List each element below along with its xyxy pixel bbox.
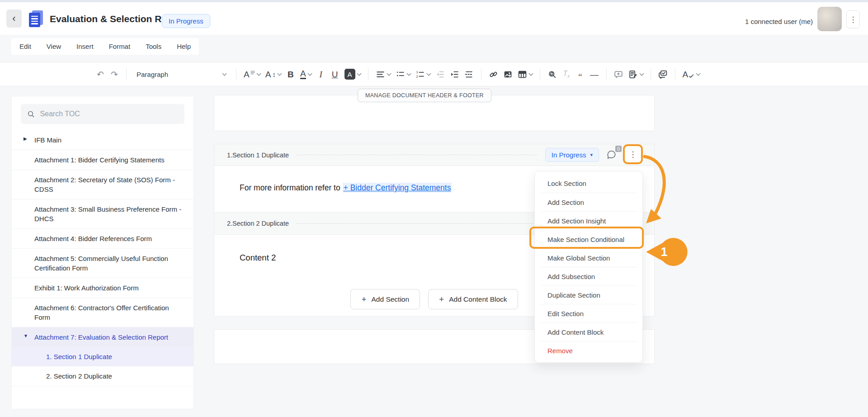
chevron-down-icon xyxy=(426,71,431,76)
menu-item-add-content-block[interactable]: Add Content Block xyxy=(540,322,637,341)
text-lines-icon xyxy=(250,70,255,75)
highlight-color-dropdown[interactable]: A xyxy=(344,69,361,80)
toc-item-section-1[interactable]: 1. Section 1 Duplicate xyxy=(12,347,193,366)
menu-insert[interactable]: Insert xyxy=(76,43,94,50)
undo-button[interactable]: ↶ xyxy=(96,70,105,79)
bold-button[interactable]: B xyxy=(286,70,295,79)
collapse-arrow-icon[interactable]: ▼ xyxy=(24,333,28,339)
find-replace-icon xyxy=(547,70,557,79)
menu-item-make-global-section[interactable]: Make Global Section xyxy=(540,248,637,267)
menu-item-add-subsection[interactable]: Add Subsection xyxy=(540,267,637,285)
bidder-statements-link[interactable]: + Bidder Certifying Statements xyxy=(343,183,452,193)
indent-button[interactable] xyxy=(450,70,459,79)
bullet-list-icon xyxy=(396,70,405,79)
content-template-dropdown[interactable] xyxy=(628,70,643,79)
search-input[interactable] xyxy=(40,110,178,118)
font-size-dropdown[interactable]: A ↕ xyxy=(265,70,281,79)
menu-edit[interactable]: Edit xyxy=(19,43,31,50)
note-edit-icon xyxy=(628,70,638,79)
add-comment-button[interactable] xyxy=(614,70,623,79)
align-left-icon xyxy=(376,70,385,79)
chevron-down-icon xyxy=(277,71,282,76)
redo-button[interactable]: ↷ xyxy=(110,70,119,79)
find-replace-button[interactable] xyxy=(547,70,557,79)
indent-icon xyxy=(450,70,459,79)
expand-arrow-icon[interactable]: ▶ xyxy=(24,136,27,142)
page-break-button[interactable] xyxy=(464,70,474,79)
menu-format[interactable]: Format xyxy=(109,43,131,50)
insert-image-button[interactable] xyxy=(503,70,513,79)
document-status-badge[interactable]: In Progress xyxy=(162,14,210,28)
toolbar-divider xyxy=(540,68,540,80)
undo-icon: ↶ xyxy=(97,70,104,79)
back-button[interactable]: ‹ xyxy=(6,9,22,28)
add-section-button[interactable]: + Add Section xyxy=(350,289,420,309)
text-color-dropdown[interactable]: A xyxy=(300,69,311,79)
page-break-icon xyxy=(464,70,474,79)
menu-item-add-section[interactable]: Add Section xyxy=(540,193,637,211)
chevron-down-icon xyxy=(639,71,644,76)
toc-item-section-2[interactable]: 2. Section 2 Duplicate xyxy=(12,366,193,386)
resize-arrows-icon: ↕ xyxy=(272,71,276,78)
bullet-list-dropdown[interactable] xyxy=(396,70,410,79)
toc-item-attachment-2[interactable]: Attachment 2: Secretary of State (SOS) F… xyxy=(12,170,193,199)
section-1-header[interactable]: 1.Section 1 Duplicate In Progress ▾ 0 xyxy=(214,144,654,166)
chevron-down-icon xyxy=(256,71,261,76)
formatting-toolbar: ↶ ↷ Paragraph A A ↕ B A I U A xyxy=(0,62,868,86)
toc-item-attachment-6[interactable]: Attachment 6: Contractor's Offer Certifi… xyxy=(12,298,193,327)
menu-view[interactable]: View xyxy=(47,43,61,50)
toolbar-divider xyxy=(675,68,675,80)
menu-bar: Edit View Insert Format Tools Help xyxy=(11,38,199,55)
comment-check-icon xyxy=(658,70,668,79)
horizontal-rule-button[interactable]: — xyxy=(590,70,599,79)
section-2-title: 2.Section 2 Duplicate xyxy=(227,220,289,227)
toolbar-divider xyxy=(126,68,127,80)
kebab-icon: ⋮ xyxy=(849,15,857,24)
section-1-comments-button[interactable]: 0 xyxy=(605,149,619,161)
menu-item-add-section-insight[interactable]: Add Section Insight xyxy=(540,211,637,230)
toc-item-attachment-3[interactable]: Attachment 3: Small Business Preference … xyxy=(12,199,193,229)
toc-item-exhibit-1[interactable]: Exhibit 1: Work Authorization Form xyxy=(12,278,193,298)
section-1-status-dropdown[interactable]: In Progress ▾ xyxy=(545,148,599,162)
manage-header-footer-button[interactable]: MANAGE DOCUMENT HEADER & FOOTER xyxy=(358,89,491,102)
table-dropdown[interactable] xyxy=(518,70,533,79)
header-more-menu-button[interactable]: ⋮ xyxy=(846,10,860,28)
menu-tools[interactable]: Tools xyxy=(146,43,161,50)
menu-item-lock-section[interactable]: Lock Section xyxy=(540,174,637,193)
toolbar-divider xyxy=(368,68,368,80)
toc-item-attachment-4[interactable]: Attachment 4: Bidder References Form xyxy=(12,229,193,249)
menu-item-make-section-conditional[interactable]: Make Section Conditional xyxy=(540,230,637,248)
caret-down-icon: ▾ xyxy=(590,152,593,158)
menu-item-duplicate-section[interactable]: Duplicate Section xyxy=(540,285,637,304)
font-format-dropdown[interactable]: A xyxy=(244,70,260,79)
avatar[interactable] xyxy=(817,7,842,31)
toc-item-attachment-7[interactable]: ▼Attachment 7: Evaluation & Selection Re… xyxy=(12,327,193,347)
toc-item-attachment-5[interactable]: Attachment 5: Commercially Useful Functi… xyxy=(12,249,193,278)
comment-add-icon xyxy=(614,70,623,79)
menu-item-remove[interactable]: Remove xyxy=(540,341,637,360)
add-content-block-button[interactable]: + Add Content Block xyxy=(428,289,518,309)
underline-button[interactable]: U xyxy=(330,70,340,79)
toc-tree: ▶IFB Main Attachment 1: Bidder Certifyin… xyxy=(12,130,193,386)
outdent-button[interactable] xyxy=(435,70,445,79)
search-icon xyxy=(27,110,35,118)
chevron-down-icon xyxy=(222,71,227,76)
chevron-down-icon xyxy=(696,71,701,76)
plus-icon: + xyxy=(439,294,444,304)
link-button[interactable] xyxy=(489,70,498,79)
menu-item-edit-section[interactable]: Edit Section xyxy=(540,304,637,322)
section-menu-button-highlighted[interactable]: ⋮ xyxy=(623,144,643,164)
toc-item-attachment-1[interactable]: Attachment 1: Bidder Certifying Statemen… xyxy=(12,150,193,170)
menu-help[interactable]: Help xyxy=(177,43,191,50)
review-comments-button[interactable] xyxy=(658,70,668,79)
numbered-list-dropdown[interactable]: 12 xyxy=(415,70,430,79)
annotation-step-number: 1 xyxy=(654,243,675,261)
clear-formatting-button[interactable]: Tx xyxy=(562,70,571,79)
paragraph-style-dropdown[interactable]: Paragraph xyxy=(134,71,229,78)
italic-button[interactable]: I xyxy=(316,70,326,79)
spellcheck-dropdown[interactable]: A xyxy=(683,70,700,79)
toc-item-ifb-main[interactable]: ▶IFB Main xyxy=(12,130,193,150)
blockquote-button[interactable]: “ xyxy=(576,68,585,81)
toc-search[interactable] xyxy=(21,104,184,124)
align-dropdown[interactable] xyxy=(376,70,391,79)
